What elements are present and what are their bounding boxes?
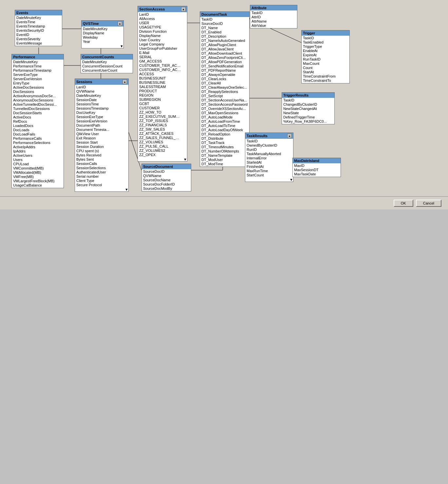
table-row[interactable]: DT_NumberOfAttempts: [200, 149, 249, 153]
table-row[interactable]: EventsMessage: [15, 41, 62, 45]
table-row[interactable]: Secure Protocol: [75, 183, 124, 187]
table-row[interactable]: AnonymousDocSessions: [12, 98, 64, 102]
table-row[interactable]: MaxID: [293, 164, 341, 168]
table-row[interactable]: QVWName: [142, 174, 191, 178]
table-row[interactable]: ChangedByClusterID: [282, 102, 334, 107]
table-row[interactable]: DT_MaxOpenSessions: [200, 111, 249, 115]
table-row[interactable]: Legal Company: [138, 42, 182, 46]
table-row[interactable]: PRODUCT: [138, 89, 182, 93]
table-row[interactable]: ACCESS: [138, 72, 182, 76]
table-row[interactable]: AttrValue: [250, 24, 297, 28]
table-row[interactable]: SessionExeType: [75, 115, 124, 119]
table-row[interactable]: MaxRunTime: [245, 169, 289, 173]
table-row[interactable]: DocSessionStarts: [12, 111, 64, 115]
table-row[interactable]: DT_OverrideXSSectionAc...: [200, 107, 249, 111]
table-row[interactable]: DT_ModUser: [200, 158, 249, 162]
table-row[interactable]: PerformanceSelections: [12, 141, 64, 145]
table-row[interactable]: EventsTimestamp: [15, 24, 62, 28]
table-row[interactable]: DT_PDFReportName: [200, 68, 249, 73]
table-row[interactable]: NewStateChangedAt: [282, 107, 334, 111]
table-row[interactable]: DT_AutoLoadDayOfWeek: [200, 128, 249, 132]
table-row[interactable]: DT_ReloadOption: [200, 132, 249, 136]
table-row[interactable]: DT_AllowDownloadClient: [200, 51, 249, 56]
cancel-button[interactable]: Cancel: [416, 200, 441, 207]
ok-button[interactable]: OK: [394, 200, 413, 207]
table-row[interactable]: ActiveDocs: [12, 115, 64, 119]
table-row[interactable]: EventsTime: [15, 20, 62, 24]
table-row[interactable]: Session Duration: [75, 145, 124, 149]
table-row[interactable]: RunID: [245, 148, 289, 152]
table-row[interactable]: SessionDate: [75, 98, 124, 102]
table-row[interactable]: DT_SetScript: [200, 94, 249, 98]
scroll-up-btn[interactable]: ▲: [118, 21, 122, 26]
table-row[interactable]: CUSTOMER_TIER_ACCE...: [138, 63, 182, 68]
scroll-down-btn[interactable]: ▼: [125, 188, 128, 191]
table-row[interactable]: GCBT: [138, 102, 182, 106]
table-row[interactable]: DocUseKey: [75, 111, 124, 115]
table-row[interactable]: QlikView User: [75, 132, 124, 136]
table-row[interactable]: Weekday: [82, 35, 123, 40]
table-row[interactable]: MaxSessionDT: [293, 168, 341, 172]
table-row[interactable]: AllAccess: [138, 17, 182, 21]
table-row[interactable]: CPU spent (s): [75, 149, 124, 153]
table-row[interactable]: SessionExeVersion: [75, 119, 124, 123]
table-row[interactable]: Bytes Sent: [75, 157, 124, 162]
table-row[interactable]: MaxCount: [302, 62, 349, 66]
table-row[interactable]: QVWName: [75, 89, 124, 94]
table-row[interactable]: TriggerType: [302, 45, 349, 49]
table-row[interactable]: PerformanceTimestamp: [12, 68, 64, 73]
table-row[interactable]: DT_ClearLocks: [200, 77, 249, 81]
table-row[interactable]: TaskID: [302, 36, 349, 40]
table-row[interactable]: DT_ClearAll: [200, 81, 249, 85]
table-row[interactable]: DateMinuteKey: [82, 27, 123, 31]
table-row[interactable]: SessionsTime: [75, 102, 124, 106]
table-row[interactable]: PerformanceCalls: [12, 136, 64, 141]
table-row[interactable]: Users: [12, 158, 64, 162]
table-row[interactable]: DT_SectionAccessUserNa...: [200, 98, 249, 102]
table-row[interactable]: DT_ModTime: [200, 162, 249, 166]
table-row[interactable]: DateMinuteKey: [15, 16, 62, 20]
table-row[interactable]: SUBREGION: [138, 98, 182, 102]
table-row[interactable]: ZZ_OPEX: [138, 153, 182, 157]
table-row[interactable]: TaskID: [282, 98, 334, 102]
table-row[interactable]: DocLoadFails: [12, 132, 64, 136]
table-row[interactable]: DT_AlwaysOpenable: [200, 73, 249, 77]
table-row[interactable]: SourceDocFolderID: [142, 182, 191, 187]
table-row[interactable]: SessionsTimestamp: [75, 106, 124, 111]
table-row[interactable]: ZZ_TOP_ISSUES: [138, 119, 182, 123]
table-row[interactable]: VMCommitted(MB): [12, 166, 64, 170]
table-row[interactable]: User Country: [138, 38, 182, 42]
table-row[interactable]: EventID: [15, 33, 62, 37]
scroll-up-btn[interactable]: ▲: [181, 7, 186, 11]
table-row[interactable]: InternalError: [245, 156, 289, 160]
table-row[interactable]: DT_AllowPluginClient: [200, 43, 249, 47]
table-row[interactable]: PerformanceTime: [12, 64, 64, 68]
scroll-up-btn[interactable]: ▲: [122, 80, 127, 84]
table-row[interactable]: DT_TimeoutMinutes: [200, 145, 249, 149]
table-row[interactable]: REGION: [138, 93, 182, 98]
table-row[interactable]: ZZ_VOLUMES: [138, 140, 182, 144]
table-row[interactable]: DefinedTriggerTime: [282, 115, 334, 119]
table-row[interactable]: ZZ_SALES_FUNNEL_SWF: [138, 136, 182, 140]
table-row[interactable]: DateMinuteKey: [12, 60, 64, 64]
table-row[interactable]: ZZ_SW_SALES: [138, 127, 182, 132]
table-row[interactable]: ServerExeType: [12, 73, 64, 77]
table-row[interactable]: DT_AutoLoadMode: [200, 115, 249, 119]
table-row[interactable]: BUSINESSLINE: [138, 81, 182, 85]
table-row[interactable]: TaskManuallyAborted: [245, 152, 289, 156]
table-row[interactable]: StartedAt: [245, 160, 289, 165]
table-row[interactable]: DT_Distribute: [200, 136, 249, 141]
table-row[interactable]: FinishedAt: [245, 165, 289, 169]
table-row[interactable]: StartAt: [302, 70, 349, 74]
table-row[interactable]: TimeConstraintFrom: [302, 74, 349, 79]
table-row[interactable]: DisplayName: [82, 31, 123, 35]
table-row[interactable]: Division Function: [138, 29, 182, 34]
table-row[interactable]: DocSessions: [12, 90, 64, 94]
table-row[interactable]: DT_ReapplySelections: [200, 90, 249, 94]
table-row[interactable]: DT_SendNotificationEmail: [200, 64, 249, 68]
table-row[interactable]: IpAddrs: [12, 149, 64, 153]
table-row[interactable]: RefDocs: [12, 119, 64, 124]
table-row[interactable]: LanID: [75, 85, 124, 89]
table-row[interactable]: ServerExeVersion: [12, 77, 64, 81]
table-row[interactable]: EventsSecurityID: [15, 28, 62, 33]
